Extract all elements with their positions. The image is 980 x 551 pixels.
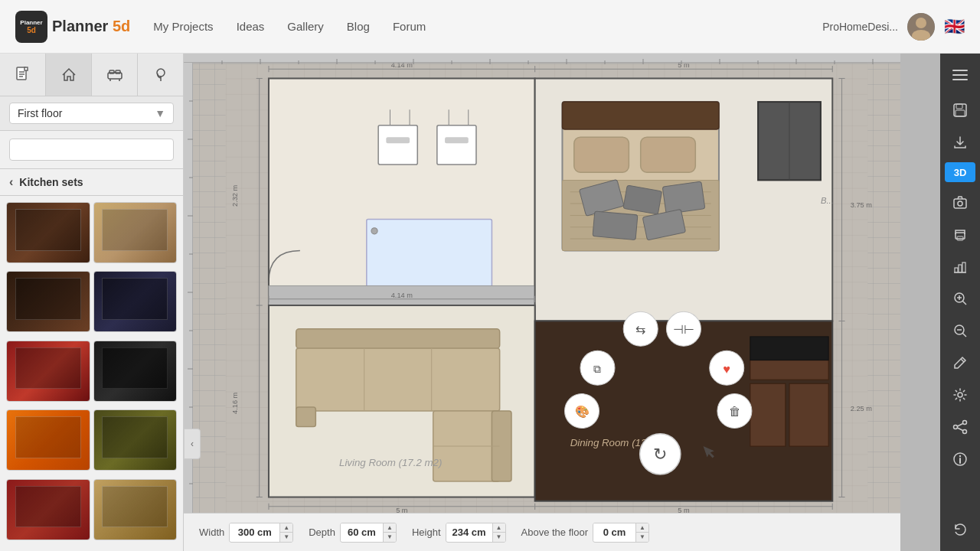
download-button[interactable] [945, 127, 975, 158]
svg-rect-68 [562, 102, 719, 129]
svg-text:3.75 m: 3.75 m [851, 201, 872, 209]
sidebar-tool-icons [0, 54, 183, 96]
width-up-arrow[interactable]: ▲ [280, 523, 292, 533]
above-floor-label: Above the floor [521, 527, 588, 538]
height-field: Height ▲ ▼ [412, 523, 506, 543]
language-flag[interactable]: 🇬🇧 [944, 17, 965, 37]
floor-up-arrow[interactable]: ▲ [636, 523, 648, 533]
svg-text:♥: ♥ [723, 362, 730, 376]
height-up-arrow[interactable]: ▲ [493, 523, 505, 533]
height-input[interactable] [446, 523, 492, 541]
svg-text:Living Room (17.2 m2): Living Room (17.2 m2) [339, 457, 442, 468]
hamburger-menu-button[interactable] [945, 60, 975, 90]
right-sidebar: 3D [940, 54, 980, 551]
left-sidebar: First floor ▼ 🔍 ‹ Kitchen sets [0, 54, 184, 551]
sidebar-icon-plant[interactable] [138, 54, 183, 96]
svg-point-4 [916, 18, 926, 28]
floor-plan[interactable]: B... Living Room (17.2 m2) [193, 63, 900, 513]
svg-rect-7 [24, 67, 28, 70]
svg-rect-69 [574, 137, 629, 172]
list-item[interactable] [6, 202, 90, 263]
svg-text:🗑: 🗑 [729, 405, 740, 418]
depth-up-arrow[interactable]: ▲ [384, 523, 396, 533]
svg-text:⇆: ⇆ [635, 322, 645, 336]
sidebar-icon-furniture[interactable] [92, 54, 138, 96]
sidebar-icon-home[interactable] [46, 54, 92, 96]
svg-rect-12 [109, 70, 114, 73]
depth-input-wrap: ▲ ▼ [340, 523, 397, 543]
nav-forum[interactable]: Forum [393, 20, 426, 33]
share-button[interactable] [945, 412, 975, 442]
settings-button[interactable] [945, 380, 975, 410]
sidebar-icon-file[interactable] [0, 54, 46, 96]
svg-rect-98 [789, 383, 828, 446]
zoom-out-button[interactable] [945, 315, 975, 346]
width-input[interactable] [230, 523, 279, 541]
edit-button[interactable] [945, 347, 975, 378]
list-item[interactable] [93, 479, 178, 540]
logo[interactable]: Planner 5d Planner 5d [15, 11, 130, 43]
nav-ideas[interactable]: Ideas [237, 20, 265, 33]
height-down-arrow[interactable]: ▼ [493, 533, 505, 542]
depth-down-arrow[interactable]: ▼ [384, 533, 396, 542]
list-item[interactable] [93, 271, 178, 332]
svg-text:4.14 m: 4.14 m [391, 292, 413, 299]
height-label: Height [412, 527, 441, 538]
width-down-arrow[interactable]: ▼ [280, 533, 292, 542]
print-button[interactable] [945, 219, 975, 249]
camera-button[interactable] [945, 187, 975, 217]
svg-text:Planner: Planner [20, 19, 42, 26]
list-item[interactable] [6, 271, 90, 332]
svg-rect-92 [296, 407, 316, 427]
above-floor-input[interactable] [593, 523, 635, 541]
svg-text:5 m: 5 m [678, 507, 690, 513]
width-label: Width [199, 527, 224, 538]
canvas-area[interactable]: B... Living Room (17.2 m2) [184, 54, 940, 551]
search-container: 🔍 [0, 131, 183, 169]
bottom-bar: Width ▲ ▼ Depth ▲ ▼ [184, 513, 900, 551]
svg-rect-64 [445, 137, 469, 143]
svg-rect-97 [750, 383, 786, 446]
items-grid [0, 196, 183, 551]
svg-line-171 [958, 428, 963, 431]
depth-input[interactable] [341, 523, 383, 541]
search-input[interactable] [9, 139, 174, 161]
svg-rect-60 [386, 137, 410, 143]
nav-gallery[interactable]: Gallery [287, 20, 324, 33]
height-input-wrap: ▲ ▼ [446, 523, 506, 543]
view-3d-button[interactable]: 3D [945, 162, 975, 182]
svg-rect-79 [662, 181, 705, 214]
svg-point-174 [959, 455, 961, 457]
category-label: Kitchen sets [19, 176, 83, 188]
depth-field: Depth ▲ ▼ [309, 523, 397, 543]
list-item[interactable] [93, 341, 178, 402]
category-header: ‹ Kitchen sets [0, 169, 183, 196]
floor-down-arrow[interactable]: ▼ [636, 533, 648, 542]
nav-my-projects[interactable]: My Projects [153, 20, 213, 33]
undo-button[interactable] [945, 514, 975, 545]
info-button[interactable] [945, 444, 975, 474]
avatar[interactable] [907, 13, 935, 41]
list-item[interactable] [6, 479, 90, 540]
svg-point-168 [954, 425, 958, 429]
list-item[interactable] [6, 409, 90, 471]
svg-text:🎨: 🎨 [575, 404, 590, 419]
collapse-sidebar-button[interactable]: ‹ [184, 429, 201, 459]
svg-text:5 m: 5 m [396, 507, 408, 513]
back-button[interactable]: ‹ [9, 175, 13, 189]
svg-text:5d: 5d [27, 26, 36, 34]
chart-button[interactable] [945, 251, 975, 282]
nav-blog[interactable]: Blog [347, 20, 370, 33]
svg-line-163 [962, 333, 966, 337]
svg-rect-148 [956, 104, 962, 109]
list-item[interactable] [93, 202, 178, 263]
svg-text:2.25 m: 2.25 m [851, 405, 872, 412]
floor-selector: First floor ▼ [0, 96, 183, 131]
floor-select-box[interactable]: First floor ▼ [9, 103, 174, 124]
save-button[interactable] [945, 95, 975, 126]
list-item[interactable] [93, 409, 178, 471]
svg-rect-80 [593, 211, 638, 240]
svg-text:2.32 m: 2.32 m [231, 184, 239, 206]
list-item[interactable] [6, 341, 90, 402]
zoom-in-button[interactable] [945, 283, 975, 314]
